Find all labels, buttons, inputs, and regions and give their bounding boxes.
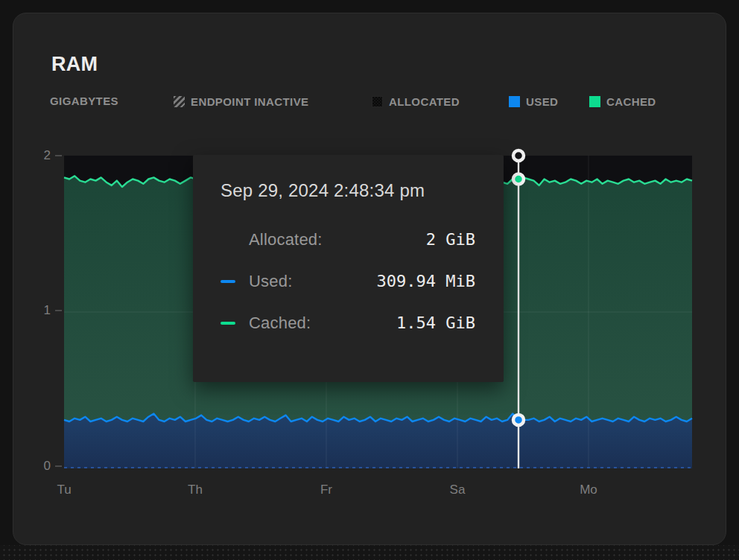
legend-item-allocated[interactable]: ALLOCATED: [372, 94, 460, 109]
x-tick-label-sa: Sa: [450, 483, 466, 497]
page-title: RAM: [51, 53, 98, 76]
tooltip-label: Allocated:: [249, 230, 323, 249]
y-axis-unit-label: GIGABYTES: [50, 94, 118, 109]
legend-label: CACHED: [606, 95, 656, 108]
y-tick-mark: [55, 155, 62, 156]
legend-item-endpoint-inactive[interactable]: ENDPOINT INACTIVE: [174, 94, 308, 109]
allocated-swatch-icon: [372, 96, 383, 107]
legend-item-used[interactable]: USED: [509, 94, 558, 109]
x-tick-label-tu: Tu: [57, 483, 71, 497]
x-tick-label-fr: Fr: [320, 483, 332, 497]
allocated-dash-icon: [221, 238, 235, 241]
hatched-swatch-icon: [174, 96, 185, 107]
chart-tooltip: Sep 29, 2024 2:48:34 pm Allocated: 2 GiB…: [193, 155, 504, 382]
tooltip-row-used: Used: 309.94 MiB: [221, 270, 475, 293]
used-dash-icon: [221, 280, 235, 283]
dotted-background-strip: [0, 545, 739, 560]
y-tick-label-0: 0: [27, 459, 51, 474]
tooltip-label: Used:: [249, 272, 292, 291]
x-tick-label-mo: Mo: [580, 483, 597, 497]
page-background: RAM GIGABYTES ENDPOINT INACTIVE ALLOCATE…: [0, 0, 739, 560]
tooltip-value: 2 GiB: [426, 230, 475, 249]
tooltip-timestamp: Sep 29, 2024 2:48:34 pm: [221, 180, 475, 201]
legend-label: ENDPOINT INACTIVE: [191, 95, 308, 108]
y-tick-label-1: 1: [27, 303, 51, 318]
tooltip-label: Cached:: [249, 314, 311, 333]
legend-label: ALLOCATED: [389, 95, 460, 108]
chart-legend: GIGABYTES ENDPOINT INACTIVE ALLOCATED US…: [13, 94, 727, 110]
tooltip-value: 309.94 MiB: [377, 272, 475, 290]
y-tick-label-2: 2: [27, 148, 51, 163]
tooltip-row-allocated: Allocated: 2 GiB: [221, 228, 475, 251]
tooltip-row-cached: Cached: 1.54 GiB: [221, 311, 475, 334]
cached-dash-icon: [221, 322, 235, 325]
y-tick-mark: [55, 310, 62, 311]
x-tick-label-th: Th: [188, 483, 203, 497]
used-swatch-icon: [509, 96, 520, 107]
tooltip-value: 1.54 GiB: [396, 314, 475, 332]
y-tick-mark: [55, 465, 62, 467]
legend-label: USED: [526, 95, 558, 108]
cached-swatch-icon: [589, 96, 600, 107]
legend-item-cached[interactable]: CACHED: [589, 94, 656, 109]
tooltip-rows: Allocated: 2 GiB Used: 309.94 MiB Cached…: [221, 228, 475, 334]
ram-metrics-card: RAM GIGABYTES ENDPOINT INACTIVE ALLOCATE…: [13, 13, 726, 545]
